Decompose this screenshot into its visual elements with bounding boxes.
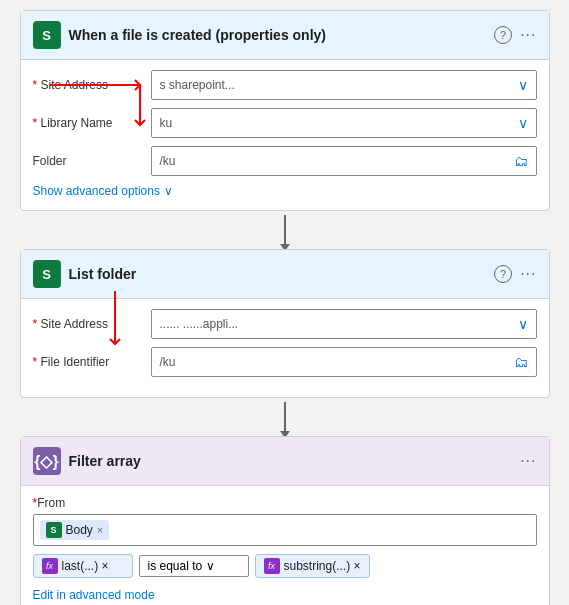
- trigger-actions: ? ···: [494, 26, 536, 44]
- list-folder-more-icon[interactable]: ···: [520, 265, 536, 283]
- filter-array-more-icon[interactable]: ···: [520, 452, 536, 470]
- trigger-title: When a file is created (properties only): [69, 27, 487, 43]
- connector-1: [20, 211, 550, 249]
- lf-site-address-input[interactable]: ...... ......appli... ∨: [151, 309, 537, 339]
- folder-value: /ku: [160, 154, 514, 168]
- condition-left-tag[interactable]: fx last(...) ×: [33, 554, 133, 578]
- fx-left-icon: fx: [42, 558, 58, 574]
- connector-2: [20, 398, 550, 436]
- trigger-card: S When a file is created (properties onl…: [20, 10, 550, 211]
- library-name-input[interactable]: ku ∨: [151, 108, 537, 138]
- filter-array-icon: {◇}: [33, 447, 61, 475]
- file-identifier-value: /ku: [160, 355, 514, 369]
- lf-site-address-row: Site Address ...... ......appli... ∨: [33, 309, 537, 339]
- flow-canvas: S When a file is created (properties onl…: [10, 10, 559, 605]
- lf-site-address-dropdown-icon[interactable]: ∨: [518, 316, 528, 332]
- list-folder-header: S List folder ? ···: [21, 250, 549, 299]
- folder-row: Folder /ku 🗂: [33, 146, 537, 176]
- site-address-dropdown-icon[interactable]: ∨: [518, 77, 528, 93]
- lf-site-address-value: ...... ......appli...: [160, 317, 518, 331]
- filter-array-actions: ···: [520, 452, 536, 470]
- file-identifier-input[interactable]: /ku 🗂: [151, 347, 537, 377]
- show-advanced-button[interactable]: Show advanced options ∨: [33, 184, 537, 198]
- filter-array-card: {◇} Filter array ··· *From S Bo: [20, 436, 550, 605]
- from-label: *From: [33, 496, 537, 510]
- fx-right-icon: fx: [264, 558, 280, 574]
- file-identifier-row: File Identifier /ku 🗂: [33, 347, 537, 377]
- filter-array-header: {◇} Filter array ···: [21, 437, 549, 486]
- from-section: *From S Body ×: [33, 496, 537, 546]
- from-tag-label: Body: [66, 523, 93, 537]
- condition-op-label: is equal to: [148, 559, 203, 573]
- list-folder-card: S List folder ? ··· Site Address ......: [20, 249, 550, 398]
- filter-array-body: *From S Body × fx last(...) ×: [21, 486, 549, 605]
- library-name-value: ku: [160, 116, 518, 130]
- trigger-card-header: S When a file is created (properties onl…: [21, 11, 549, 60]
- library-name-dropdown-icon[interactable]: ∨: [518, 115, 528, 131]
- list-folder-actions: ? ···: [494, 265, 536, 283]
- trigger-card-body: Site Address s sharepoint... ∨ Library N…: [21, 60, 549, 210]
- edit-advanced-link[interactable]: Edit in advanced mode: [33, 588, 155, 602]
- site-address-label: Site Address: [33, 78, 143, 92]
- show-advanced-chevron: ∨: [164, 184, 173, 198]
- filter-array-title: Filter array: [69, 453, 513, 469]
- file-identifier-browse-icon[interactable]: 🗂: [514, 354, 528, 370]
- library-name-row: Library Name ku ∨: [33, 108, 537, 138]
- trigger-card-wrapper: S When a file is created (properties onl…: [20, 10, 550, 211]
- site-address-row: Site Address s sharepoint... ∨: [33, 70, 537, 100]
- condition-right-tag[interactable]: fx substring(...) ×: [255, 554, 370, 578]
- list-folder-icon: S: [33, 260, 61, 288]
- arrow-down-1: [284, 215, 286, 245]
- from-tag-close[interactable]: ×: [97, 524, 103, 536]
- arrow-down-2: [284, 402, 286, 432]
- list-folder-card-wrapper: S List folder ? ··· Site Address ......: [20, 249, 550, 398]
- lf-site-address-label: Site Address: [33, 317, 143, 331]
- list-folder-help-icon[interactable]: ?: [494, 265, 512, 283]
- filter-array-card-wrapper: {◇} Filter array ··· *From S Bo: [20, 436, 550, 605]
- site-address-input[interactable]: s sharepoint... ∨: [151, 70, 537, 100]
- site-address-value: s sharepoint...: [160, 78, 518, 92]
- from-tag-icon: S: [46, 522, 62, 538]
- list-folder-body: Site Address ...... ......appli... ∨ Fil…: [21, 299, 549, 397]
- condition-right-label: substring(...) ×: [284, 559, 361, 573]
- folder-label: Folder: [33, 154, 143, 168]
- trigger-more-icon[interactable]: ···: [520, 26, 536, 44]
- trigger-help-icon[interactable]: ?: [494, 26, 512, 44]
- file-identifier-label: File Identifier: [33, 355, 143, 369]
- folder-input[interactable]: /ku 🗂: [151, 146, 537, 176]
- library-name-label: Library Name: [33, 116, 143, 130]
- from-body-tag: S Body ×: [40, 520, 110, 540]
- folder-browse-icon[interactable]: 🗂: [514, 153, 528, 169]
- condition-row: fx last(...) × is equal to ∨ fx substrin…: [33, 554, 537, 578]
- condition-left-label: last(...) ×: [62, 559, 109, 573]
- condition-op-chevron: ∨: [206, 559, 215, 573]
- trigger-icon: S: [33, 21, 61, 49]
- list-folder-title: List folder: [69, 266, 487, 282]
- from-tag-container[interactable]: S Body ×: [33, 514, 537, 546]
- condition-operator[interactable]: is equal to ∨: [139, 555, 249, 577]
